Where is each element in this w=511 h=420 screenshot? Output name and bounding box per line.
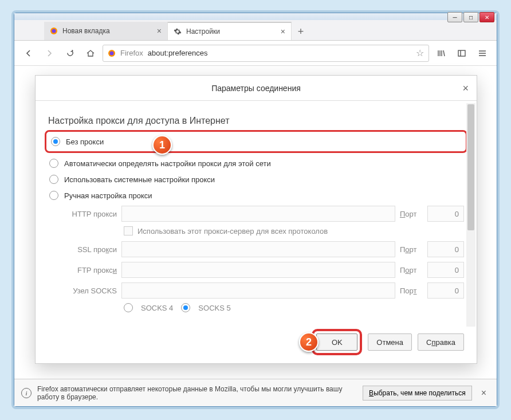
svg-point-3 <box>110 51 114 55</box>
ssl-proxy-row: SSL прокси Порт <box>69 241 464 257</box>
radio-label: Без прокси <box>66 138 104 146</box>
ssl-port-input[interactable] <box>427 241 464 257</box>
http-port-input[interactable] <box>427 206 464 222</box>
dialog-scrollbar[interactable] <box>466 103 475 327</box>
dialog-footer: OK Отмена Справка <box>36 329 477 355</box>
info-bar: i Firefox автоматически отправляет некот… <box>14 379 497 406</box>
bookmark-star-icon[interactable]: ☆ <box>416 48 424 58</box>
radio-icon <box>49 175 58 184</box>
info-close-button[interactable]: × <box>478 388 490 398</box>
section-heading: Настройка прокси для доступа в Интернет <box>48 116 464 126</box>
info-choose-button[interactable]: Выбрать, чем мне поделиться <box>363 386 472 401</box>
ssl-proxy-input[interactable] <box>121 241 395 257</box>
tab-close-icon[interactable]: × <box>157 26 162 36</box>
menu-button[interactable] <box>474 45 491 62</box>
url-text: about:preferences <box>148 49 208 57</box>
radio-label: Ручная настройка прокси <box>64 191 152 200</box>
connection-settings-dialog: Параметры соединения × Настройка прокси … <box>35 75 477 364</box>
svg-rect-4 <box>458 50 465 56</box>
dialog-title-bar: Параметры соединения × <box>36 76 477 101</box>
maximize-button[interactable]: □ <box>463 12 478 22</box>
radio-label: Автоматически определять настройки прокс… <box>64 159 271 168</box>
radio-icon <box>181 303 190 312</box>
forward-button[interactable] <box>41 45 58 62</box>
library-button[interactable] <box>433 45 450 62</box>
callout-badge-1: 1 <box>152 135 172 155</box>
ftp-port-input[interactable] <box>427 262 464 278</box>
gear-icon <box>174 28 182 36</box>
port-label: Порт <box>400 245 423 254</box>
http-proxy-label: HTTP прокси <box>69 210 117 218</box>
url-prefix: Firefox <box>120 49 143 57</box>
tab-label: Настройки <box>186 28 220 36</box>
http-proxy-row: HTTP прокси Порт <box>69 206 464 222</box>
svg-point-1 <box>52 29 56 33</box>
tab-new-tab[interactable]: Новая вкладка × <box>44 22 168 40</box>
back-button[interactable] <box>20 45 37 62</box>
navigation-toolbar: Firefox about:preferences ☆ <box>14 41 497 66</box>
socks-proxy-label: Узел SOCKS <box>69 286 117 295</box>
radio-no-proxy[interactable]: Без прокси <box>50 134 462 150</box>
callout-badge-2: 2 <box>299 332 319 352</box>
ftp-proxy-row: FTP прокси Порт <box>69 262 464 278</box>
radio-manual-proxy[interactable]: Ручная настройка прокси <box>48 187 464 203</box>
highlight-no-proxy: Без прокси <box>45 130 467 153</box>
help-button[interactable]: Справка <box>418 333 464 351</box>
socks-port-input[interactable] <box>427 282 464 299</box>
radio-icon <box>49 159 58 168</box>
tab-label: Новая вкладка <box>62 27 110 35</box>
radio-icon <box>124 303 133 312</box>
port-label: Порт <box>400 210 423 218</box>
tab-close-icon[interactable]: × <box>281 27 285 36</box>
socks-proxy-input[interactable] <box>121 282 395 299</box>
content-area: Параметры соединения × Настройка прокси … <box>14 66 497 378</box>
ok-button[interactable]: OK <box>316 333 357 351</box>
radio-auto-detect[interactable]: Автоматически определять настройки прокс… <box>48 155 464 171</box>
minimize-button[interactable]: ─ <box>447 12 462 22</box>
info-icon: i <box>21 388 32 398</box>
dialog-body: Настройка прокси для доступа в Интернет … <box>36 101 477 329</box>
url-bar[interactable]: Firefox about:preferences ☆ <box>103 45 429 62</box>
scrollbar-thumb[interactable] <box>467 104 474 230</box>
socks4-label[interactable]: SOCKS 4 <box>141 304 173 312</box>
close-window-button[interactable]: ✕ <box>479 12 494 22</box>
reload-button[interactable] <box>61 45 78 62</box>
tab-settings[interactable]: Настройки × <box>168 22 292 40</box>
new-tab-button[interactable]: + <box>292 23 310 40</box>
port-label: Порт <box>400 266 423 274</box>
ssl-proxy-label: SSL прокси <box>69 245 117 254</box>
manual-proxy-fields: HTTP прокси Порт Использовать этот прокс… <box>69 206 464 312</box>
dialog-close-button[interactable]: × <box>462 83 469 95</box>
ftp-proxy-label: FTP прокси <box>69 266 117 274</box>
highlight-ok: OK <box>312 329 362 355</box>
socks-version-row: SOCKS 4 SOCKS 5 <box>124 303 464 312</box>
radio-icon <box>49 191 58 200</box>
http-proxy-input[interactable] <box>121 206 395 222</box>
firefox-icon <box>50 27 58 35</box>
sidebar-button[interactable] <box>453 45 470 62</box>
checkbox-icon <box>124 226 133 235</box>
window-controls: ─ □ ✕ <box>447 12 494 22</box>
radio-icon <box>51 137 60 146</box>
browser-window: ─ □ ✕ Новая вкладка × Настройки × + F <box>14 13 497 407</box>
titlebar: ─ □ ✕ <box>14 13 497 20</box>
radio-system-proxy[interactable]: Использовать системные настройки прокси <box>48 171 464 187</box>
use-for-all-row[interactable]: Использовать этот прокси-сервер для всех… <box>124 226 464 235</box>
ftp-proxy-input[interactable] <box>121 262 395 278</box>
firefox-icon <box>108 49 116 57</box>
tab-bar: Новая вкладка × Настройки × + <box>14 20 497 41</box>
radio-label: Использовать системные настройки прокси <box>64 175 215 184</box>
port-label: Порт <box>400 286 423 295</box>
checkbox-label: Использовать этот прокси-сервер для всех… <box>137 227 328 235</box>
cancel-button[interactable]: Отмена <box>368 333 412 351</box>
info-text: Firefox автоматически отправляет некотор… <box>37 385 357 401</box>
home-button[interactable] <box>82 45 99 62</box>
dialog-title: Параметры соединения <box>211 84 301 93</box>
socks-proxy-row: Узел SOCKS Порт <box>69 282 464 299</box>
socks5-label[interactable]: SOCKS 5 <box>198 304 230 312</box>
